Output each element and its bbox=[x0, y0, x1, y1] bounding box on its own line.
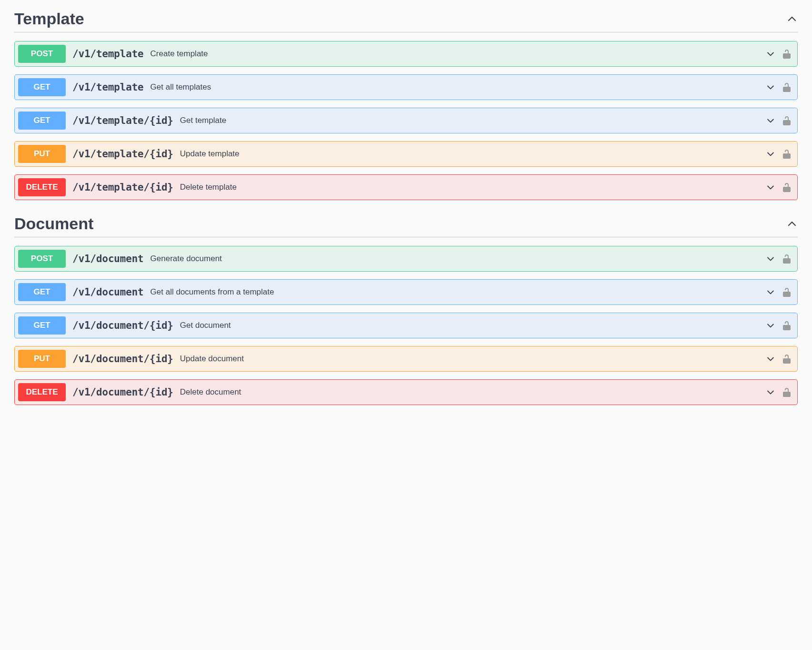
method-badge: DELETE bbox=[18, 383, 66, 401]
endpoint-summary: Delete document bbox=[180, 387, 760, 397]
endpoint-row[interactable]: GET /v1/document/{id} Get document bbox=[14, 313, 798, 338]
endpoint-summary: Delete template bbox=[180, 183, 760, 192]
endpoint-row[interactable]: DELETE /v1/template/{id} Delete template bbox=[14, 174, 798, 200]
endpoint-path: /v1/document bbox=[72, 253, 143, 264]
endpoint-summary: Create template bbox=[150, 49, 760, 59]
chevron-down-icon[interactable] bbox=[760, 82, 775, 92]
chevron-down-icon[interactable] bbox=[760, 321, 775, 330]
endpoint-path: /v1/template/{id} bbox=[72, 115, 173, 126]
method-badge: PUT bbox=[18, 350, 66, 368]
endpoint-summary: Generate document bbox=[150, 254, 760, 264]
lock-icon[interactable] bbox=[775, 149, 792, 159]
chevron-down-icon[interactable] bbox=[760, 183, 775, 192]
endpoint-summary: Get all documents from a template bbox=[150, 287, 760, 297]
section-header-document[interactable]: Document bbox=[14, 214, 798, 237]
section-title: Document bbox=[14, 214, 93, 233]
lock-icon[interactable] bbox=[775, 287, 792, 297]
method-badge: PUT bbox=[18, 145, 66, 163]
method-badge: GET bbox=[18, 112, 66, 130]
section-template: Template POST /v1/template Create templa… bbox=[14, 10, 798, 200]
lock-icon[interactable] bbox=[775, 82, 792, 92]
endpoint-row[interactable]: GET /v1/template Get all templates bbox=[14, 74, 798, 100]
method-badge: GET bbox=[18, 78, 66, 96]
endpoint-row[interactable]: GET /v1/template/{id} Get template bbox=[14, 108, 798, 133]
lock-icon[interactable] bbox=[775, 320, 792, 331]
method-badge: POST bbox=[18, 250, 66, 268]
endpoint-summary: Get all templates bbox=[150, 82, 760, 92]
lock-icon[interactable] bbox=[775, 182, 792, 193]
endpoint-row[interactable]: DELETE /v1/document/{id} Delete document bbox=[14, 379, 798, 405]
chevron-down-icon[interactable] bbox=[760, 149, 775, 159]
chevron-up-icon bbox=[786, 13, 798, 25]
endpoint-summary: Get template bbox=[180, 116, 760, 125]
section-header-template[interactable]: Template bbox=[14, 10, 798, 32]
endpoint-path: /v1/document bbox=[72, 286, 143, 298]
endpoint-path: /v1/document/{id} bbox=[72, 353, 173, 365]
endpoint-path: /v1/template/{id} bbox=[72, 182, 173, 193]
chevron-up-icon bbox=[786, 218, 798, 230]
endpoint-row[interactable]: POST /v1/document Generate document bbox=[14, 246, 798, 272]
lock-icon[interactable] bbox=[775, 387, 792, 397]
endpoint-path: /v1/template bbox=[72, 81, 143, 93]
method-badge: POST bbox=[18, 45, 66, 63]
endpoint-row[interactable]: PUT /v1/document/{id} Update document bbox=[14, 346, 798, 372]
chevron-down-icon[interactable] bbox=[760, 49, 775, 59]
chevron-down-icon[interactable] bbox=[760, 354, 775, 364]
method-badge: DELETE bbox=[18, 178, 66, 196]
endpoint-row[interactable]: PUT /v1/template/{id} Update template bbox=[14, 141, 798, 167]
endpoint-summary: Update template bbox=[180, 149, 760, 159]
endpoint-row[interactable]: POST /v1/template Create template bbox=[14, 41, 798, 67]
endpoint-row[interactable]: GET /v1/document Get all documents from … bbox=[14, 279, 798, 305]
section-title: Template bbox=[14, 10, 84, 28]
endpoint-path: /v1/template bbox=[72, 48, 143, 60]
lock-icon[interactable] bbox=[775, 354, 792, 364]
endpoint-summary: Update document bbox=[180, 354, 760, 364]
chevron-down-icon[interactable] bbox=[760, 287, 775, 297]
endpoint-summary: Get document bbox=[180, 321, 760, 330]
endpoint-path: /v1/template/{id} bbox=[72, 148, 173, 160]
endpoint-path: /v1/document/{id} bbox=[72, 320, 173, 331]
lock-icon[interactable] bbox=[775, 115, 792, 126]
method-badge: GET bbox=[18, 283, 66, 301]
chevron-down-icon[interactable] bbox=[760, 387, 775, 397]
lock-icon[interactable] bbox=[775, 49, 792, 59]
endpoint-path: /v1/document/{id} bbox=[72, 386, 173, 398]
chevron-down-icon[interactable] bbox=[760, 254, 775, 264]
lock-icon[interactable] bbox=[775, 254, 792, 264]
chevron-down-icon[interactable] bbox=[760, 116, 775, 125]
section-document: Document POST /v1/document Generate docu… bbox=[14, 214, 798, 405]
method-badge: GET bbox=[18, 316, 66, 335]
